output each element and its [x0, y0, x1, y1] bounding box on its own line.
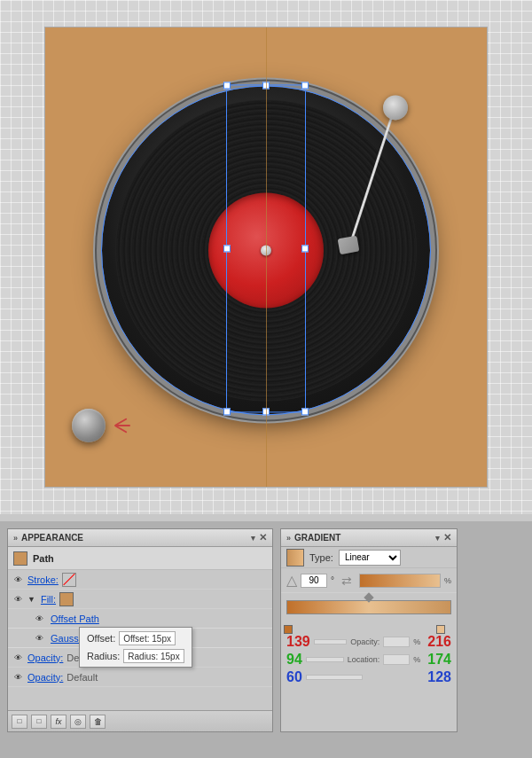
offset-value-box[interactable]: Offset: 15px: [119, 631, 176, 645]
offset-path-row: 👁 Offset Path: [8, 609, 272, 629]
gradient-bar-container: [281, 593, 457, 630]
gradient-preview-swatch: [286, 549, 304, 567]
panel-collapse-btn[interactable]: ▾: [251, 534, 255, 543]
gradient-panel-title-area: » GRADIENT: [286, 533, 340, 543]
offset-label: Offset:: [87, 633, 115, 644]
gradient-stop-left[interactable]: [284, 625, 293, 634]
rgb-green-row: 94 Location: % 174: [286, 652, 451, 668]
gradient-midpoint-handle[interactable]: [364, 592, 373, 602]
rgb-blue-slider[interactable]: [306, 675, 363, 680]
path-row: Path: [8, 547, 272, 570]
gradient-collapse-btn[interactable]: ▾: [435, 534, 440, 543]
blur-visibility-icon[interactable]: 👁: [33, 632, 45, 645]
gradient-type-dropdown[interactable]: Linear: [339, 550, 401, 566]
gradient-close-btn[interactable]: ✕: [443, 532, 451, 543]
volume-knob[interactable]: [72, 409, 106, 442]
gradient-type-label: Type:: [309, 552, 333, 563]
offset-popup-values: Offset: Offset: 15px Radius: Radius: 15p…: [87, 631, 184, 663]
degree-symbol: °: [331, 575, 334, 585]
rgb-red-value: 139: [286, 634, 310, 650]
gradient-title: GRADIENT: [294, 533, 340, 543]
rgb-values-section: 139 Opacity: % 216 94 Location: % 174 60: [281, 630, 457, 689]
opacity1-visibility-icon[interactable]: 👁: [12, 652, 24, 664]
gradient-header-right: ▾ ✕: [435, 532, 451, 543]
rgb-blue-row: 60 128: [286, 669, 451, 685]
gradient-angle-box[interactable]: 90: [301, 574, 327, 588]
radius-label: Radius:: [87, 651, 120, 661]
rgb-blue-value2: 128: [427, 669, 451, 685]
reverse-icon[interactable]: ⇄: [341, 574, 352, 588]
offset-value-text: Offset: 15px: [123, 634, 171, 644]
gradient-type-row: Type: Linear: [281, 547, 457, 568]
clear-btn[interactable]: ◎: [70, 715, 86, 729]
gradient-stop-right[interactable]: [436, 625, 445, 634]
gradient-controls: △ 90 ° ⇄ %: [281, 568, 457, 593]
new-art-btn[interactable]: □: [12, 715, 27, 729]
knob-indicator: [114, 421, 130, 430]
opacity-label-2[interactable]: Opacity:: [27, 672, 63, 683]
selection-handle-top-left[interactable]: [223, 82, 231, 89]
appearance-panel: » APPEARANCE ▾ ✕ Path 👁 Stroke: 👁 ▼ Fill…: [7, 528, 273, 732]
appearance-panel-toolbar: □ □ fx ◎ 🗑: [8, 710, 272, 731]
opacity-label-1[interactable]: Opacity:: [27, 653, 63, 663]
radius-value-text: Radius: 15px: [128, 652, 179, 661]
tonearm-pivot: [383, 95, 408, 120]
offset-path-link[interactable]: Offset Path: [51, 613, 99, 624]
rgb-green-value: 94: [286, 652, 302, 668]
location-label: Location:: [348, 655, 380, 664]
rgb-green-value2: 174: [427, 652, 451, 668]
opacity2-visibility-icon[interactable]: 👁: [12, 671, 24, 684]
rgb-green-slider[interactable]: [306, 657, 344, 662]
guide-line-vertical: [266, 27, 267, 487]
opacity-value-2: Default: [66, 672, 98, 683]
rgb-red-slider[interactable]: [314, 639, 348, 645]
stroke-row: 👁 Stroke:: [8, 570, 272, 590]
canvas-area: [44, 27, 488, 488]
gradient-double-arrow: »: [286, 534, 291, 543]
gradient-angle-value: 90: [309, 575, 318, 585]
rgb-red-row: 139 Opacity: % 216: [286, 634, 451, 650]
fill-row: 👁 ▼ Fill:: [8, 590, 272, 609]
rgb-red-value2: 216: [427, 634, 451, 650]
fill-color-swatch[interactable]: [59, 592, 74, 606]
panel-title-area: » APPEARANCE: [13, 533, 83, 543]
double-arrow-icon: »: [13, 534, 18, 543]
stroke-visibility-icon[interactable]: 👁: [12, 574, 24, 586]
fill-expand-arrow[interactable]: ▼: [27, 595, 35, 604]
appearance-panel-header: » APPEARANCE ▾ ✕: [8, 529, 272, 547]
offset-visibility-icon[interactable]: 👁: [33, 613, 45, 625]
gradient-panel-header: » GRADIENT ▾ ✕: [281, 529, 457, 547]
stroke-label[interactable]: Stroke:: [27, 574, 59, 585]
tonearm-headshell: [338, 236, 360, 255]
radius-value-box[interactable]: Radius: 15px: [123, 649, 184, 663]
rgb-opacity-label: Opacity:: [350, 637, 379, 646]
delete-btn[interactable]: 🗑: [90, 715, 106, 729]
path-color-swatch: [13, 551, 27, 566]
percent-indicator: %: [444, 576, 451, 585]
location-slider-mini[interactable]: [383, 654, 410, 665]
offset-popup: Offset: Offset: 15px Radius: Radius: 15p…: [79, 627, 192, 668]
appearance-title: APPEARANCE: [21, 533, 83, 543]
path-label: Path: [33, 553, 54, 564]
fx-btn[interactable]: fx: [51, 715, 66, 729]
panel-close-btn[interactable]: ✕: [259, 532, 267, 543]
new-stroke-btn[interactable]: □: [31, 715, 47, 729]
panel-header-right: ▾ ✕: [251, 532, 267, 543]
location-percent: %: [413, 655, 420, 664]
rgb-blue-value: 60: [286, 669, 302, 685]
selection-handle-top-right[interactable]: [301, 82, 309, 89]
offset-popup-row2: Radius: Radius: 15px: [87, 649, 184, 663]
gradient-bar[interactable]: [286, 600, 451, 614]
opacity-percent: %: [413, 637, 420, 646]
no-stroke-icon: [62, 573, 76, 587]
knob-area: [72, 409, 130, 442]
angle-triangle-icon: △: [286, 572, 297, 589]
opacity-slider-mini[interactable]: [383, 637, 410, 647]
fill-label[interactable]: Fill:: [41, 594, 56, 605]
gradient-mini-bar: [359, 574, 441, 588]
gradient-stops-row: [286, 616, 451, 627]
gradient-panel: » GRADIENT ▾ ✕ Type: Linear △ 90 ° ⇄: [280, 528, 458, 732]
fill-visibility-icon[interactable]: 👁: [12, 593, 24, 606]
opacity-row-2: 👁 Opacity: Default: [8, 668, 272, 687]
offset-popup-row1: Offset: Offset: 15px: [87, 631, 184, 645]
